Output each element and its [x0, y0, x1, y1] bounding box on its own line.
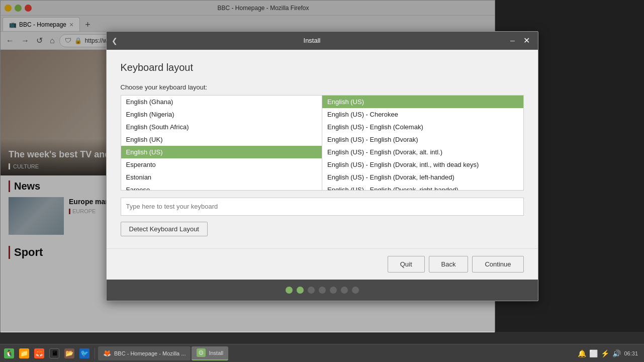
taskbar-firefox-label: BBC - Homepage - Mozilla ...: [114, 350, 186, 356]
dialog-description: Choose your keyboard layout:: [121, 83, 524, 91]
right-list-item[interactable]: English (US) - English (Dvorak, right-ha…: [322, 184, 523, 190]
right-list-item[interactable]: English (US) - English (Dvorak): [322, 133, 523, 146]
progress-dot-2: [308, 287, 315, 294]
thunderbird-icon: 🐦: [79, 348, 89, 358]
taskbar-open-apps: 🦊 BBC - Homepage - Mozilla ... ⚙ Install: [98, 346, 573, 360]
left-list-item[interactable]: English (UK): [121, 133, 322, 146]
progress-dot-4: [330, 287, 337, 294]
dialog-titlebar: ❮ Install – ✕: [107, 32, 538, 50]
tray-speaker-icon[interactable]: 🔊: [612, 349, 621, 357]
left-list-item[interactable]: Estonian: [121, 171, 322, 184]
install-task-icon: ⚙: [197, 348, 206, 357]
dialog-titlebar-controls: – ✕: [507, 35, 533, 47]
quit-button[interactable]: Quit: [388, 256, 425, 273]
taskbar-open-firefox[interactable]: 🦊 BBC - Homepage - Mozilla ...: [98, 346, 191, 360]
dialog-body: Keyboard layout Choose your keyboard lay…: [107, 50, 538, 248]
tray-copy-icon[interactable]: ⬜: [589, 349, 598, 357]
filemanager-icon: 📂: [64, 348, 74, 358]
tray-bell-icon[interactable]: 🔔: [578, 349, 586, 357]
keyboard-layout-lists: English (Ghana)English (Nigeria)English …: [121, 95, 524, 191]
progress-dot-0: [286, 287, 293, 294]
taskbar-app-terminal[interactable]: 🖥: [47, 346, 61, 360]
dialog-minimize-btn[interactable]: –: [507, 35, 519, 47]
taskbar-app-filemanager[interactable]: 📂: [62, 346, 76, 360]
taskbar-tray: 🔔 ⬜ ⚡ 🔊 06:31: [574, 349, 642, 357]
install-dialog: ❮ Install – ✕ Keyboard layout Choose you…: [106, 31, 538, 301]
taskbar-open-install[interactable]: ⚙ Install: [192, 346, 228, 360]
dialog-heading: Keyboard layout: [121, 62, 524, 73]
taskbar: 🐧 📁 🦊 🖥 📂 🐦 🦊 BBC - Homepage - Mozilla .…: [0, 344, 644, 362]
dialog-chevron-icon[interactable]: ❮: [112, 37, 118, 45]
right-list-item[interactable]: English (US): [322, 96, 523, 108]
left-list-item[interactable]: English (Ghana): [121, 96, 322, 108]
dialog-title-text: Install: [118, 37, 507, 44]
progress-dot-3: [319, 287, 326, 294]
keyboard-layout-right-list[interactable]: English (US)English (US) - CherokeeEngli…: [322, 96, 523, 190]
keyboard-test-input[interactable]: [121, 198, 524, 216]
keyboard-layout-left-list[interactable]: English (Ghana)English (Nigeria)English …: [121, 96, 323, 190]
left-list-item[interactable]: Esperanto: [121, 158, 322, 171]
dialog-close-btn[interactable]: ✕: [521, 35, 533, 47]
detect-keyboard-layout-button[interactable]: Detect Keyboard Layout: [121, 222, 208, 236]
firefox-task-icon: 🦊: [103, 349, 111, 357]
right-list-item[interactable]: English (US) - English (Dvorak, alt. int…: [322, 146, 523, 158]
right-list-item[interactable]: English (US) - English (Colemak): [322, 121, 523, 133]
left-list-item[interactable]: English (Nigeria): [121, 108, 322, 121]
system-icon: 🐧: [4, 348, 14, 358]
dialog-footer: Quit Back Continue: [107, 248, 538, 280]
dialog-titlebar-left: ❮: [112, 37, 118, 45]
left-list-item[interactable]: Faroese: [121, 184, 322, 190]
tray-time: 06:31: [624, 350, 638, 356]
taskbar-install-label: Install: [209, 350, 223, 356]
terminal-icon: 🖥: [49, 348, 59, 358]
continue-button[interactable]: Continue: [472, 256, 523, 273]
tray-power-icon[interactable]: ⚡: [601, 349, 609, 357]
left-list-item[interactable]: English (US): [121, 146, 322, 158]
taskbar-app-files[interactable]: 📁: [17, 346, 31, 360]
taskbar-app-firefox[interactable]: 🦊: [32, 346, 46, 360]
dialog-overlay: ❮ Install – ✕ Keyboard layout Choose you…: [0, 0, 644, 332]
progress-dot-6: [352, 287, 359, 294]
right-list-item[interactable]: English (US) - English (Dvorak, intl., w…: [322, 158, 523, 171]
right-list-item[interactable]: English (US) - English (Dvorak, left-han…: [322, 171, 523, 184]
taskbar-app-thunderbird[interactable]: 🐦: [77, 346, 91, 360]
dialog-progress-bar: [107, 280, 538, 301]
back-button[interactable]: Back: [429, 256, 469, 273]
progress-dot-5: [341, 287, 348, 294]
right-list-item[interactable]: English (US) - Cherokee: [322, 108, 523, 121]
taskbar-app-system[interactable]: 🐧: [2, 346, 16, 360]
progress-dot-1: [297, 287, 304, 294]
taskbar-pinned-apps: 🐧 📁 🦊 🖥 📂 🐦: [2, 346, 91, 360]
left-list-item[interactable]: English (South Africa): [121, 121, 322, 133]
files-icon: 📁: [19, 348, 29, 358]
firefox-icon: 🦊: [34, 348, 44, 358]
taskbar-divider: [95, 348, 95, 359]
